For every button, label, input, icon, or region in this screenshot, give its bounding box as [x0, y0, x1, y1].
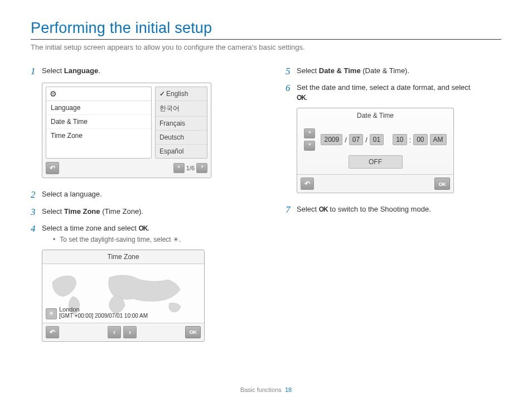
back-button[interactable]: ↶: [46, 326, 59, 338]
page-subtitle: The initial setup screen appears to allo…: [31, 43, 501, 51]
page-up-button[interactable]: ˄: [173, 163, 185, 173]
gear-icon: ⚙︎: [46, 87, 151, 101]
value-up-button[interactable]: ˄: [304, 128, 315, 138]
settings-menu: ⚙︎ Language Date & Time Time Zone: [46, 87, 152, 159]
page-footer: Basic functions 18: [0, 386, 532, 393]
step-number: 1: [31, 66, 42, 77]
panel-title: Time Zone: [42, 250, 204, 264]
ok-button[interactable]: OK: [185, 326, 201, 338]
left-column: 1 Select Language. ⚙︎ Language Date & Ti…: [31, 66, 246, 353]
menu-item-language[interactable]: Language: [46, 101, 151, 115]
step-2: 2 Select a language.: [31, 189, 246, 200]
back-button[interactable]: ↶: [301, 178, 314, 190]
title-rule: [31, 39, 501, 40]
page-down-button[interactable]: ˅: [196, 163, 207, 173]
step-number: 3: [31, 207, 42, 218]
language-options: ✓English 한국어 Français Deutsch Español: [155, 87, 207, 159]
dst-toggle[interactable]: ☀: [46, 308, 57, 319]
minute-field[interactable]: 00: [413, 134, 427, 145]
step-text: Select a language.: [42, 189, 246, 200]
lang-option-english[interactable]: ✓English: [156, 87, 207, 101]
step-6: 6 Set the date and time, select a date f…: [286, 83, 501, 102]
language-panel: ⚙︎ Language Date & Time Time Zone ✓Engli…: [42, 83, 211, 178]
page-title: Performing the initial setup: [31, 20, 501, 37]
menu-item-timezone[interactable]: Time Zone: [46, 129, 151, 142]
prev-button[interactable]: ‹: [108, 326, 121, 338]
step-4: 4 Select a time zone and select OK. • To…: [31, 223, 246, 244]
step-number: 4: [31, 223, 42, 244]
date-format-toggle[interactable]: OFF: [349, 155, 403, 169]
world-map[interactable]: ☀ London [GMT +00:00] 2009/07/01 10:00 A…: [42, 264, 204, 323]
ok-glyph: OK: [297, 94, 306, 102]
sun-icon: ☀: [173, 236, 179, 243]
datetime-panel: Date & Time ˄ ˅ 2009 / 07 / 01 10 : 00: [297, 108, 454, 193]
step-number: 5: [286, 66, 297, 77]
lang-option-german[interactable]: Deutsch: [156, 131, 207, 145]
month-field[interactable]: 07: [349, 134, 363, 145]
ok-glyph: OK: [319, 205, 328, 213]
lang-option-french[interactable]: Français: [156, 117, 207, 131]
pager: ˄ 1/6 ˅: [173, 163, 207, 173]
lang-option-korean[interactable]: 한국어: [156, 101, 207, 117]
ok-button[interactable]: OK: [434, 178, 450, 190]
day-field[interactable]: 01: [370, 134, 384, 145]
pager-text: 1/6: [186, 165, 195, 171]
panel-title: Date & Time: [297, 108, 453, 123]
back-button[interactable]: ↶: [46, 162, 59, 174]
step-1: 1 Select Language.: [31, 66, 246, 77]
step-7: 7 Select OK to switch to the Shooting mo…: [286, 204, 501, 216]
step-3: 3 Select Time Zone (Time Zone).: [31, 207, 246, 218]
step-bold: Date & Time: [319, 66, 361, 75]
year-field[interactable]: 2009: [321, 134, 342, 145]
step-number: 7: [286, 204, 297, 216]
timezone-caption: London [GMT +00:00] 2009/07/01 10:00 AM: [59, 306, 148, 319]
step-bullet: • To set the daylight-saving time, selec…: [53, 235, 246, 244]
step-bold: Language: [64, 66, 98, 75]
ampm-field[interactable]: AM: [430, 134, 447, 145]
step-number: 2: [31, 189, 42, 200]
lang-option-spanish[interactable]: Español: [156, 145, 207, 158]
step-number: 6: [286, 83, 297, 102]
hour-field[interactable]: 10: [393, 134, 407, 145]
right-column: 5 Select Date & Time (Date & Time). 6 Se…: [286, 66, 501, 353]
ok-glyph: OK: [138, 224, 147, 232]
step-bold: Time Zone: [64, 207, 100, 216]
value-down-button[interactable]: ˅: [304, 141, 315, 151]
step-5: 5 Select Date & Time (Date & Time).: [286, 66, 501, 77]
step-text: Select: [42, 66, 64, 75]
timezone-panel: Time Zone ☀ London [GMT +00:00] 2009/07/…: [42, 250, 205, 342]
menu-item-datetime[interactable]: Date & Time: [46, 115, 151, 129]
next-button[interactable]: ›: [123, 326, 137, 338]
